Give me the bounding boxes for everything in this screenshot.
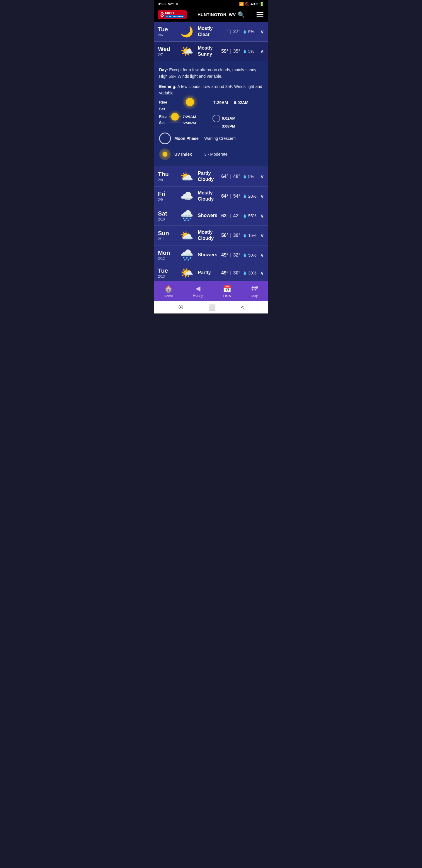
drop-icon-fri: 💧 xyxy=(242,194,247,198)
nav-daily-label: Daily xyxy=(223,294,231,298)
day-name-thu: Thu xyxy=(158,171,178,178)
menu-icon[interactable] xyxy=(256,12,264,18)
precip-thu: 💧 5% xyxy=(242,174,258,179)
low-thu: 48° xyxy=(233,174,240,179)
drop-icon-sat: 💧 xyxy=(242,214,247,218)
high-tue2: 49° xyxy=(221,270,228,276)
android-recent-btn[interactable]: ⦿ xyxy=(178,304,184,311)
temps-tue: --° | 27° xyxy=(223,29,240,34)
day-row-sat[interactable]: Sat 2/10 🌧️ Showers 63° | 42° 💧 55% ∨ xyxy=(154,206,268,226)
set-label: Set xyxy=(159,107,168,111)
day-date-wed: 2/7 xyxy=(158,53,178,57)
sun-rise-val: 7:29AM xyxy=(183,115,196,119)
status-bar: 3:23 52° ✕ 📶 🚫 49% 🔋 xyxy=(154,0,268,8)
condition-thu: PartlyCloudy xyxy=(198,170,221,183)
location-text: HUNTINGTON, WV xyxy=(197,12,236,17)
day-info-sat: Sat 2/10 xyxy=(158,210,178,221)
weather-icon-tue2: 🌤️ xyxy=(180,267,193,279)
day-info-wed: Wed 2/7 xyxy=(158,46,178,57)
day-info-fri: Fri 2/9 xyxy=(158,191,178,202)
chevron-mon: ∨ xyxy=(260,252,264,258)
daily-icon: 📅 xyxy=(223,285,231,293)
day-row-tue2[interactable]: Tue 2/13 🌤️ Partly 49° | 30° 💧 30% ∨ xyxy=(154,265,268,281)
channel-number: 3 xyxy=(160,11,164,18)
day-row-wed[interactable]: Wed 2/7 🌤️ MostlySunny 59° | 35° 💧 5% ∧ xyxy=(154,42,268,61)
temps-thu: 64° | 48° xyxy=(221,174,240,179)
header-location: HUNTINGTON, WV 🔍 xyxy=(197,11,245,18)
rise-label2: Rise xyxy=(159,115,167,119)
precip-sun: 💧 15% xyxy=(242,233,258,238)
bottom-nav: 🏠 Home ◀ Hourly 📅 Daily 🗺 Map xyxy=(154,281,268,301)
precip-val-sat: 55% xyxy=(248,214,256,218)
header-icons xyxy=(256,12,264,18)
search-icon[interactable]: 🔍 xyxy=(238,11,245,18)
home-icon: 🏠 xyxy=(164,285,173,293)
temps-sun: 56° | 39° xyxy=(221,233,240,238)
day-name-mon: Mon xyxy=(158,250,178,256)
icon-cell-wed: 🌤️ xyxy=(178,45,195,58)
logo-alert: ALERT WEATHER xyxy=(165,15,184,18)
day-row-thu[interactable]: Thu 2/8 ⛅ PartlyCloudy 64° | 48° 💧 5% ∨ xyxy=(154,167,268,186)
day-name-wed: Wed xyxy=(158,46,178,53)
precip-mon: 💧 50% xyxy=(242,253,258,257)
precip-val-fri: 20% xyxy=(248,194,256,198)
icon-cell-mon: 🌧️ xyxy=(178,249,195,261)
drop-icon-tue2: 💧 xyxy=(242,271,247,275)
drop-icon-tue: 💧 xyxy=(242,30,247,34)
precip-tue2: 💧 30% xyxy=(242,271,258,275)
moon-phase-row: Moon Phase Waning Crescent xyxy=(159,132,263,144)
day-name-tue: Tue xyxy=(158,26,178,33)
precip-tue: 💧 5% xyxy=(242,29,258,34)
day-date-sat: 2/10 xyxy=(158,217,178,221)
day-row-sun[interactable]: Sun 2/11 ⛅ MostlyCloudy 56° | 39° 💧 15% … xyxy=(154,226,268,245)
day-date-sun: 2/11 xyxy=(158,237,178,241)
low-tue: 27° xyxy=(233,29,240,34)
temps-wed: 59° | 35° xyxy=(221,49,240,54)
day-row-fri[interactable]: Fri 2/9 ☁️ MostlyCloudy 64° | 54° 💧 20% … xyxy=(154,186,268,206)
temps-tue2: 49° | 30° xyxy=(221,270,240,276)
drop-icon-wed: 💧 xyxy=(242,49,247,53)
weather-icon-fri: ☁️ xyxy=(180,190,193,202)
low-mon: 32° xyxy=(233,252,240,258)
drop-icon-sun: 💧 xyxy=(242,234,247,238)
nav-daily[interactable]: 📅 Daily xyxy=(217,284,237,300)
weather-icon-sat: 🌧️ xyxy=(180,210,193,222)
nav-hourly[interactable]: ◀ Hourly xyxy=(187,284,209,300)
day-date-mon: 2/12 xyxy=(158,256,178,261)
precip-val-tue: 5% xyxy=(248,29,254,34)
high-fri: 64° xyxy=(221,193,228,199)
moon-phase-label: Moon Phase xyxy=(174,136,201,141)
nav-map[interactable]: 🗺 Map xyxy=(245,284,264,300)
block-icon: 🚫 xyxy=(245,2,249,6)
nav-map-label: Map xyxy=(252,294,258,298)
sun-rise-set: Rise 7:29AM Set 5:58PM xyxy=(159,115,209,125)
day-row-mon[interactable]: Mon 2/12 🌧️ Showers 49° | 32° 💧 50% ∨ xyxy=(154,245,268,265)
nav-home[interactable]: 🏠 Home xyxy=(158,284,179,300)
high-wed: 59° xyxy=(221,49,228,54)
day-date-tue2: 2/13 xyxy=(158,275,178,279)
map-icon: 🗺 xyxy=(251,285,258,293)
icon-cell-tue: 🌙 xyxy=(178,26,195,38)
wifi-icon: 📶 xyxy=(239,2,244,6)
android-nav: ⦿ ⬜ < xyxy=(154,301,268,313)
evening-description: Evening: A few clouds. Low around 35F. W… xyxy=(159,83,263,96)
hourly-icon: ◀ xyxy=(195,285,200,292)
nav-home-label: Home xyxy=(164,294,173,298)
app-logo: 3 FIRST ALERT WEATHER xyxy=(158,10,187,19)
icon-cell-sat: 🌧️ xyxy=(178,210,195,222)
condition-tue: MostlyClear xyxy=(198,26,223,38)
condition-tue2: Partly xyxy=(198,270,221,276)
day-info-tue2: Tue 2/13 xyxy=(158,268,178,279)
day-info-sun: Sun 2/11 xyxy=(158,230,178,241)
icon-cell-thu: ⛅ xyxy=(178,170,195,183)
icon-cell-sun: ⛅ xyxy=(178,229,195,242)
weather-icon-wed: 🌤️ xyxy=(180,45,193,58)
day-row-tue[interactable]: Tue 2/6 🌙 MostlyClear --° | 27° 💧 5% ∨ xyxy=(154,22,268,42)
condition-mon: Showers xyxy=(198,252,221,258)
day-info-mon: Mon 2/12 xyxy=(158,250,178,261)
android-home-btn[interactable]: ⬜ xyxy=(208,304,216,311)
condition-sat: Showers xyxy=(198,213,221,219)
weather-icon-tue: 🌙 xyxy=(180,26,193,38)
status-temp: 52° xyxy=(168,2,174,6)
android-back-btn[interactable]: < xyxy=(241,304,244,311)
